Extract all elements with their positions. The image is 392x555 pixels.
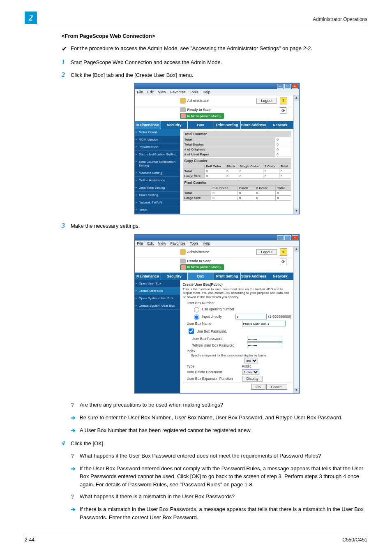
sidebar-item[interactable]: ROM Version [135,136,180,143]
tab-network[interactable]: Network [267,121,294,129]
help-icon[interactable]: ? [280,248,287,256]
group-title: Print Counter [183,180,291,185]
select-auto-delete[interactable]: 1 day [242,369,259,375]
status-ready: Ready to Scan [187,259,212,263]
cell: 0 [225,174,238,179]
label: Input directly [202,314,222,319]
sidebar-item[interactable]: Create User Box [135,287,180,295]
menu-view[interactable]: View [158,90,166,94]
maximize-icon[interactable]: □ [284,235,291,240]
field-userboxnumber: User Box Number [183,301,291,305]
tab-maintenance[interactable]: Maintenance [135,273,161,280]
sidebar-item[interactable]: Total Counter Notification Setting [135,158,180,169]
sidebar-item[interactable]: Reset [135,206,180,214]
tab-box[interactable]: Box [188,121,214,129]
cancel-button[interactable]: Cancel [266,384,287,390]
sidebar-item[interactable]: Machine Setting [135,169,180,177]
logout-button[interactable]: Logout [256,249,277,255]
display-button[interactable]: Display [242,376,263,382]
step-4: 4 Click the [OK]. [62,439,372,448]
cell [183,164,205,169]
sidebar-item[interactable]: Online Assistance [135,177,180,184]
menu-view[interactable]: View [158,241,166,245]
menu-file[interactable]: File [137,90,143,94]
menu-file[interactable]: File [137,241,143,245]
refresh-icon[interactable]: ⟳ [280,259,286,265]
cell: 0 [275,152,291,157]
sidebar-item[interactable]: Meter Count [135,129,180,136]
sidebar-item[interactable]: Date/Time Setting [135,184,180,192]
checkbox-use-password[interactable] [189,328,194,334]
sidebar-item[interactable]: Timer Setting [135,192,180,199]
sidebar-item[interactable]: Open User Box [135,280,180,287]
tab-store-address[interactable]: Store Address [241,273,267,280]
pagescope-header: Administrator Logout ? [135,247,294,258]
refresh-icon[interactable]: ⟳ [280,107,286,114]
section-title: <From PageScope Web Connection> [62,33,372,39]
tab-print-setting[interactable]: Print Setting [214,121,241,129]
cell: Black [238,186,255,191]
tab-box[interactable]: Box [188,273,214,280]
input-box-name[interactable] [242,321,286,326]
sidebar-item[interactable]: Status Notification Setting [135,151,180,158]
sidebar-item[interactable]: Create System User Box [135,302,180,310]
scroll-down-icon[interactable]: ▾ [294,208,299,214]
cell: 0 [255,196,276,201]
total-counter-table: Total0 Total Duplex0 # of Originals0 # o… [183,137,291,157]
scrollbar[interactable]: ▴ ▾ [293,95,299,214]
ok-button[interactable]: OK [251,384,265,390]
scroll-down-icon[interactable]: ▾ [294,388,299,393]
minimize-icon[interactable]: – [277,84,284,89]
cell: # of Originals [183,147,275,152]
tab-network[interactable]: Network [267,273,294,280]
sidebar-item[interactable]: Open System User Box [135,295,180,302]
question-icon: ? [71,452,80,460]
close-icon[interactable]: × [292,84,298,89]
logout-button[interactable]: Logout [256,98,277,104]
cell: Total [276,186,291,191]
menu-help[interactable]: Help [203,90,210,94]
menu-favorites[interactable]: Favorites [170,90,185,94]
sidebar-item[interactable]: Import/Export [135,143,180,151]
minimize-icon[interactable]: – [277,235,284,240]
menu-edit[interactable]: Edit [148,90,154,94]
sidebar-item[interactable]: Network TWAIN [135,199,180,206]
answer-arrow-icon: ➔ [71,426,80,435]
question-text: Are there any precautions to be used whe… [80,401,372,409]
question-text: What happens if there is a mismatch in t… [80,493,372,501]
close-icon[interactable]: × [292,235,298,240]
main-panel: Create User Box(Public) This is the func… [180,280,294,393]
admin-icon [180,98,186,104]
answer-text: A User Box Number that has been register… [80,426,372,435]
maximize-icon[interactable]: □ [284,84,291,89]
scroll-up-icon[interactable]: ▴ [294,247,299,252]
status-ready: Ready to Scan [187,108,212,112]
scroll-up-icon[interactable]: ▴ [294,95,299,101]
tab-print-setting[interactable]: Print Setting [214,273,241,280]
cell: 0 [275,142,291,147]
radio-input-directly[interactable] [194,314,199,320]
menu-tools[interactable]: Tools [190,90,198,94]
scrollbar[interactable]: ▴ ▾ [293,247,299,393]
radio-opening-number[interactable] [194,307,199,312]
menu-edit[interactable]: Edit [148,241,154,245]
menu-favorites[interactable]: Favorites [170,241,185,245]
browser-menubar: File Edit View Favorites Tools Help [135,89,299,95]
tab-security[interactable]: Security [161,273,188,280]
cell: 0 [276,196,291,201]
input-box-password[interactable] [247,336,282,342]
pagescope-status: Ready to Scan In Menu (Admin Mode) ⟳ [135,106,294,120]
sidebar: Meter Count ROM Version Import/Export St… [135,129,180,214]
select-index[interactable]: etc [244,358,258,363]
help-icon[interactable]: ? [280,97,287,104]
tab-security[interactable]: Security [161,121,188,129]
tab-maintenance[interactable]: Maintenance [135,121,161,129]
pagescope-tabs: Maintenance Security Box Print Setting S… [135,273,294,280]
menu-tools[interactable]: Tools [190,241,198,245]
menu-help[interactable]: Help [203,241,210,245]
cell: 0 [211,196,238,201]
tab-store-address[interactable]: Store Address [241,121,267,129]
cell: 0 [279,169,291,174]
input-box-password-retype[interactable] [247,342,282,348]
input-box-number[interactable] [235,314,267,319]
